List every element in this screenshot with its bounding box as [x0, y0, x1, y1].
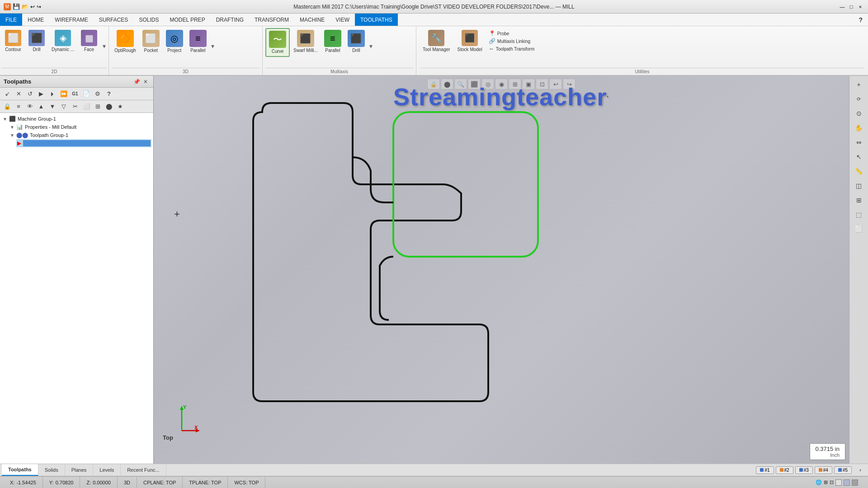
tab-recent-func[interactable]: Recent Func... [121, 464, 166, 476]
simulate-btn[interactable]: ⏵ [47, 89, 58, 99]
toolpath-info-btn[interactable]: ⚙ [92, 89, 103, 99]
menu-model-prep[interactable]: MODEL PREP [164, 14, 210, 26]
new-toolpath-item[interactable]: ▶ [16, 139, 151, 147]
2d-dropdown[interactable]: ▾ [101, 28, 107, 64]
toolpath-group-item[interactable]: ▼ ⬤⬤ Toolpath Group-1 [9, 131, 151, 139]
menu-toolpaths[interactable]: TOOLPATHS [355, 14, 398, 26]
project-button[interactable]: ◎ Project [163, 28, 186, 55]
maximize-button[interactable]: □ [847, 3, 855, 11]
tab-solids[interactable]: Solids [38, 464, 65, 476]
lock-btn[interactable]: 🔒 [2, 102, 13, 112]
menu-file[interactable]: FILE [0, 14, 22, 26]
snap-icon[interactable]: ⊡ [830, 479, 834, 485]
close-button[interactable]: × [856, 3, 864, 11]
viewport[interactable]: 🔒 ⬤ 🔍 ⬛ ◎ ◉ ⊞ ▣ ⊡ ↩ ↪ Streamingteacher. … [154, 76, 849, 464]
star-btn[interactable]: ★ [115, 102, 126, 112]
rt-select[interactable]: ↖ [851, 150, 867, 164]
rt-zoom-in[interactable]: + [851, 78, 867, 91]
menu-machine[interactable]: MACHINE [294, 14, 330, 26]
vp-btn-6[interactable]: ◉ [495, 79, 508, 89]
cut-btn[interactable]: ✂ [70, 102, 80, 112]
vp-btn-11[interactable]: ↪ [563, 79, 576, 89]
nc-btn[interactable]: 📄 [81, 89, 92, 99]
rt-pan[interactable]: ✋ [851, 121, 867, 135]
contour-button[interactable]: ⬜ Contour [2, 28, 24, 54]
tree-area[interactable]: ▼ ⬛ Machine Group-1 ▼ 📊 Properties - Mil… [0, 113, 153, 464]
quick-save-icon[interactable]: 💾 [13, 3, 20, 10]
world-icon[interactable]: 🌐 [816, 479, 822, 485]
down-btn[interactable]: ▼ [47, 102, 58, 112]
properties-item[interactable]: ▼ 📊 Properties - Mill Default [9, 123, 151, 131]
extra-btn[interactable]: ⬤ [104, 102, 114, 112]
swarf-button[interactable]: ⬛ Swarf Milli... [291, 28, 321, 55]
machine-group-item[interactable]: ▼ ⬛ Machine Group-1 [2, 115, 151, 123]
toolpath-group-expand[interactable]: ▼ [10, 133, 14, 138]
vp-btn-8[interactable]: ▣ [522, 79, 535, 89]
select-all-btn[interactable]: ↙ [2, 89, 13, 99]
filter-btn[interactable]: ▽ [58, 102, 69, 112]
machine-group-expand[interactable]: ▼ [3, 117, 7, 122]
help-tp-btn[interactable]: ? [104, 89, 114, 99]
regen-btn[interactable]: ↺ [24, 89, 35, 99]
menu-surfaces[interactable]: SURFACES [94, 14, 134, 26]
vp-btn-3[interactable]: 🔍 [454, 79, 467, 89]
vp-btn-10[interactable]: ↩ [549, 79, 562, 89]
menu-view[interactable]: VIEW [330, 14, 355, 26]
tab-toolpaths[interactable]: Toolpaths [2, 464, 38, 476]
rt-extra1[interactable]: ⬚ [851, 208, 867, 221]
dynamic-button[interactable]: ◈ Dynamic ... [49, 28, 77, 54]
tab-levels[interactable]: Levels [93, 464, 121, 476]
menu-wireframe[interactable]: WIREFRAME [49, 14, 93, 26]
menu-transform[interactable]: TRANSFORM [249, 14, 294, 26]
vp-btn-4[interactable]: ⬛ [468, 79, 481, 89]
rt-zoom-fit[interactable]: ⊙ [851, 107, 867, 120]
redo-icon[interactable]: ↪ [37, 4, 41, 10]
grid-icon[interactable]: ⊞ [824, 479, 828, 485]
rt-zoom-out[interactable]: ⇔ [851, 136, 867, 149]
multiaxis-dropdown[interactable]: ▾ [368, 28, 374, 64]
g1-btn[interactable]: G1 [70, 89, 80, 99]
vp-btn-2[interactable]: ⬤ [441, 79, 453, 89]
vp-btn-9[interactable]: ⊡ [536, 79, 548, 89]
vp-btn-7[interactable]: ⊞ [509, 79, 521, 89]
stock-model-button[interactable]: ⬛ Stock Model [455, 28, 485, 67]
backplot-btn[interactable]: ⏩ [58, 89, 69, 99]
parallel-button-3d[interactable]: ≡ Parallel [187, 28, 209, 55]
drill-button-multi[interactable]: ⬛ Drill [345, 28, 368, 55]
hide-btn[interactable]: 👁 [24, 102, 35, 112]
rt-rotate[interactable]: ⟳ [851, 92, 867, 106]
bookmark-2[interactable]: #2 [776, 466, 793, 474]
tab-collapse[interactable]: › [854, 464, 866, 476]
3d-dropdown[interactable]: ▾ [210, 28, 216, 64]
rt-measure[interactable]: 📏 [851, 164, 867, 178]
curve-button[interactable]: 〜 Curve [265, 28, 290, 57]
layer-btn[interactable]: ≡ [13, 102, 24, 112]
panel-close-button[interactable]: ✕ [142, 78, 150, 86]
toolpath-transform-button[interactable]: ↔ Toolpath Transform [487, 45, 537, 52]
verify-btn[interactable]: ▶ [36, 89, 47, 99]
select2-btn[interactable]: ⊞ [92, 102, 103, 112]
menu-solids[interactable]: SOLIDS [133, 14, 164, 26]
face-button[interactable]: ▦ Face [78, 28, 100, 54]
new-toolpath-input[interactable] [23, 140, 151, 146]
menu-home[interactable]: HOME [22, 14, 49, 26]
bookmark-5[interactable]: #5 [834, 466, 852, 474]
probe-button[interactable]: 📍 Probe [487, 30, 537, 37]
tool-manager-button[interactable]: 🔧 Tool Manager [420, 28, 453, 67]
minimize-button[interactable]: — [838, 3, 846, 11]
menu-drafting[interactable]: DRAFTING [211, 14, 249, 26]
properties-expand[interactable]: ▼ [10, 125, 14, 130]
more-btn[interactable]: ⬜ [81, 102, 92, 112]
bookmark-4[interactable]: #4 [815, 466, 832, 474]
undo-icon[interactable]: ↩ [30, 4, 35, 10]
menu-help[interactable]: ? [853, 14, 868, 26]
rt-wireframe[interactable]: ⊞ [851, 193, 867, 207]
rt-extra2[interactable]: ⬜ [851, 222, 867, 236]
up-btn[interactable]: ▲ [36, 102, 47, 112]
pocket-button[interactable]: ⬜ Pocket [140, 28, 162, 55]
parallel-button-multi[interactable]: ≡ Parallel [321, 28, 344, 55]
rt-shading[interactable]: ◫ [851, 179, 867, 192]
multiaxis-linking-button[interactable]: 🔗 Multiaxis Linking [487, 38, 537, 45]
deselect-btn[interactable]: ✕ [13, 89, 24, 99]
bookmark-3[interactable]: #3 [795, 466, 813, 474]
